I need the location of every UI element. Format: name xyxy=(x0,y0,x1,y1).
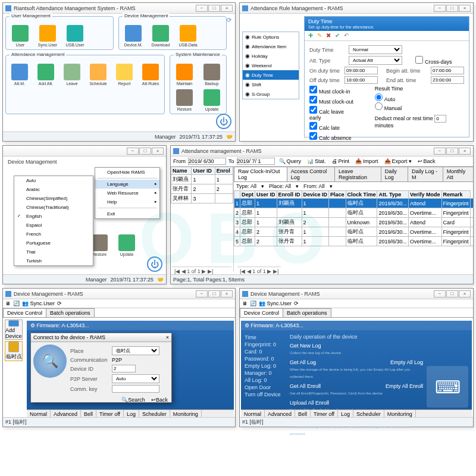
power-button[interactable]: ⏻ xyxy=(147,256,162,272)
table-row[interactable]: 2总部11临时点2019/6/30...Overtime...Fingerpri… xyxy=(234,208,474,218)
table-row[interactable]: 刘颖燕11 xyxy=(171,175,233,184)
rule-item-duty-time[interactable]: ◉Duty Time xyxy=(243,70,299,80)
launcher-usb-user[interactable]: USB.User xyxy=(63,25,87,47)
pager-nav[interactable]: ▶ ▶| xyxy=(201,268,213,274)
tab-batch-ops[interactable]: Batch operations xyxy=(46,308,95,317)
tab-daily-log[interactable]: Daily Log xyxy=(381,167,408,181)
launcher-leave[interactable]: Leave xyxy=(61,64,83,86)
menu-item-portuguese[interactable]: Portuguese xyxy=(14,239,93,248)
max-button[interactable]: □ xyxy=(446,148,458,155)
filter-type[interactable]: Type: All xyxy=(236,183,256,189)
close-icon[interactable]: × xyxy=(166,334,169,340)
rule-item-weekend[interactable]: ◉Weekend xyxy=(243,61,299,70)
filter-from[interactable]: From: All xyxy=(303,183,325,189)
crossdays-checkbox[interactable]: Cross-days xyxy=(415,56,452,65)
table-row[interactable]: 5总部2张丹青1临时点2019/6/30...Overtime...Finger… xyxy=(234,237,474,246)
launcher-usb-data[interactable]: USB.Data xyxy=(176,25,200,47)
deduct-input[interactable] xyxy=(434,115,446,123)
off-duty-input[interactable] xyxy=(345,76,378,84)
menu-item-help[interactable]: Help xyxy=(95,198,159,206)
power-button[interactable]: ⏻ xyxy=(216,114,231,129)
menu-item-english[interactable]: English xyxy=(14,212,93,221)
calc-late-checkbox[interactable]: Calc late xyxy=(309,122,356,131)
menu-item-web-resource[interactable]: Web Resource xyxy=(95,189,159,198)
device-stat-item[interactable]: Fingerprint: 0 xyxy=(245,341,286,348)
must-clockout-checkbox[interactable]: Must clock-out xyxy=(309,96,356,105)
must-clockin-checkbox[interactable]: Must clock-in xyxy=(309,86,356,95)
log-table[interactable]: DeptUser IDEnroll IDDevice IDPlaceClock … xyxy=(234,190,473,246)
launcher-sync-user[interactable]: Sync.User xyxy=(36,25,60,47)
launcher-report[interactable]: Report xyxy=(113,64,136,86)
place-select[interactable]: 临时点 xyxy=(112,346,159,355)
tab-device-control[interactable]: Device Control xyxy=(240,308,283,317)
tab-leave-registration[interactable]: Leave Registration xyxy=(334,167,381,181)
filter-place[interactable]: Place: All xyxy=(269,183,291,189)
menu-item-exit[interactable]: Exit xyxy=(95,209,159,218)
max-button[interactable]: □ xyxy=(208,290,220,298)
launcher-att-m-[interactable]: Att.M. xyxy=(8,64,31,86)
device-id-input[interactable] xyxy=(112,365,136,372)
tab-device-control[interactable]: Device Control xyxy=(3,308,46,317)
tab-daily-log-m[interactable]: Daily Log - M xyxy=(408,167,443,181)
tool-icon[interactable]: 🖥 xyxy=(5,300,11,306)
begin-att-input[interactable] xyxy=(431,67,464,74)
op-title[interactable]: Get All Log xyxy=(290,359,316,366)
rule-item-s-group[interactable]: ◉S-Group xyxy=(243,89,299,99)
launcher-att-rules[interactable]: Att.Rules xyxy=(139,64,162,86)
menu-item-language[interactable]: Language xyxy=(95,180,159,189)
on-duty-input[interactable] xyxy=(345,67,378,74)
refresh-icon[interactable]: ⟳ xyxy=(57,300,62,306)
menu-item-turkish[interactable]: Turkish xyxy=(14,256,93,265)
max-button[interactable]: □ xyxy=(139,148,151,155)
auto-radio[interactable]: Auto xyxy=(375,96,396,102)
op-title[interactable]: Get New Log xyxy=(290,342,321,349)
menu-item-auto[interactable]: Auto xyxy=(14,176,93,185)
tab-access-control-log[interactable]: Access Control Log xyxy=(287,167,335,181)
table-row[interactable]: 吴梓林3 xyxy=(171,194,233,203)
add-device-button[interactable]: Add Device xyxy=(5,320,23,340)
delete-icon[interactable]: ✖ xyxy=(325,32,332,39)
search-button[interactable]: 🔍Search xyxy=(121,397,145,403)
min-button[interactable]: − xyxy=(127,148,139,155)
rule-item-rule-options[interactable]: ◉Rule Options xyxy=(243,32,299,42)
launcher-update[interactable]: Update xyxy=(200,89,224,111)
titlebar[interactable]: Attendance Rule Management - RAMS −□× xyxy=(240,3,473,14)
refresh-icon[interactable]: ⟳ xyxy=(294,300,299,306)
min-button[interactable]: − xyxy=(434,290,446,298)
close-button[interactable]: × xyxy=(152,148,164,155)
end-att-input[interactable] xyxy=(431,76,464,84)
pager-nav[interactable]: ▶ ▶| xyxy=(266,268,278,271)
menu-item-arabic[interactable]: Arabic xyxy=(14,185,93,194)
device-stat-item[interactable]: Time xyxy=(245,334,286,341)
op-title[interactable]: Upload All Enroll xyxy=(290,399,329,406)
device-stat-item[interactable]: All Log: 0 xyxy=(245,377,286,384)
device-stat-item[interactable]: Empty Log: 0 xyxy=(245,362,286,369)
device-stat-item[interactable]: Manager: 0 xyxy=(245,369,286,377)
launcher-maintain[interactable]: Maintain xyxy=(173,64,196,86)
device-stat-item[interactable]: Password: 0 xyxy=(245,355,286,362)
op-alt[interactable]: Empty All Log xyxy=(390,359,423,366)
menu-item-french[interactable]: French xyxy=(14,230,93,239)
rule-item-attendance-item[interactable]: ◉Attendance Item xyxy=(243,42,299,51)
device-item-button[interactable]: 临时点 xyxy=(5,341,23,361)
import-button[interactable]: 📥Import xyxy=(353,158,380,165)
titlebar[interactable]: Riantsoft Attendance Management System -… xyxy=(3,3,235,14)
tool-icon[interactable]: 🖥 xyxy=(242,300,248,306)
tab-raw-clock-in-out-log[interactable]: Raw Clock-In/Out Log xyxy=(234,167,287,181)
print-button[interactable]: 🖨Print xyxy=(330,158,352,165)
close-button[interactable]: × xyxy=(221,290,233,298)
menu-item-chinese-traditional-[interactable]: Chinese(Traditional) xyxy=(14,203,93,212)
op-title[interactable]: Get All Enroll xyxy=(290,383,321,390)
comm-key-input[interactable] xyxy=(112,385,159,393)
close-button[interactable]: × xyxy=(459,5,471,12)
user-list-table[interactable]: NameUser IDEnrol刘颖燕11张丹青22吴梓林3 xyxy=(171,167,233,203)
manual-radio[interactable]: Manual xyxy=(375,105,402,111)
calc-absence-checkbox[interactable]: Calc absence xyxy=(309,132,356,141)
min-button[interactable]: − xyxy=(434,148,446,155)
min-button[interactable]: − xyxy=(196,5,208,12)
device-stat-item[interactable]: Turn off Device xyxy=(245,391,286,398)
tool-icon[interactable]: 🔄 xyxy=(250,300,256,306)
min-button[interactable]: − xyxy=(434,5,446,12)
to-date-input[interactable] xyxy=(237,158,275,165)
tab-monthly-att[interactable]: Monthly Att xyxy=(443,167,473,181)
